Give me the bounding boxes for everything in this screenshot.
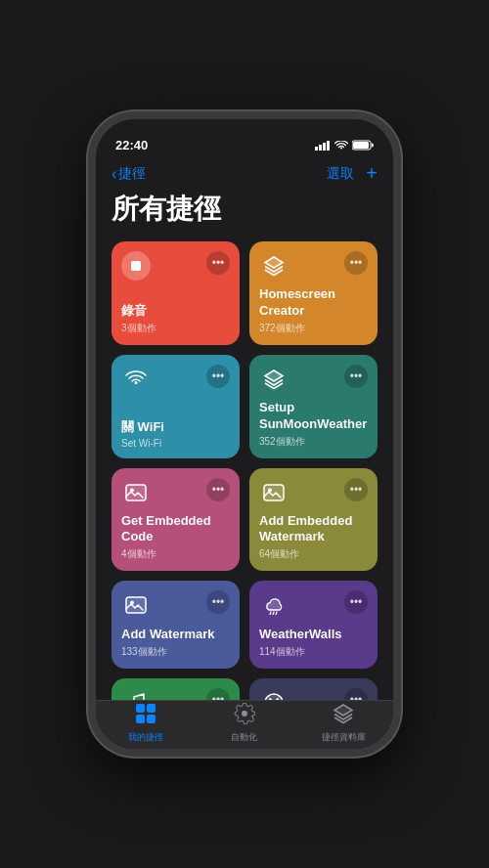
svg-rect-5	[353, 142, 369, 149]
tab-my-shortcuts[interactable]: 我的捷徑	[96, 703, 195, 744]
card-header: •••	[121, 590, 230, 620]
card-body: 關 WiFi Set Wi-Fi	[121, 419, 230, 449]
card-subtitle: 64個動作	[259, 547, 368, 561]
image-icon	[259, 478, 289, 507]
card-body: Get Embedded Code 4個動作	[121, 513, 230, 562]
card-more-button[interactable]: •••	[206, 251, 230, 275]
shortcut-card-add-watermark[interactable]: ••• Add Watermark 133個動作	[111, 581, 240, 669]
status-icons	[315, 140, 374, 152]
tab-my-shortcuts-label: 我的捷徑	[128, 731, 163, 744]
card-header: •••	[121, 478, 230, 507]
grid-icon	[135, 703, 156, 729]
card-subtitle: Set Wi-Fi	[121, 438, 230, 449]
svg-rect-2	[323, 143, 326, 151]
svg-line-15	[276, 612, 277, 615]
back-chevron-icon: ‹	[111, 165, 116, 183]
shortcut-card-homescreen[interactable]: ••• Homescreen Creator 372個動作	[249, 241, 378, 345]
content-area: ‹ 捷徑 選取 + 所有捷徑	[96, 158, 393, 700]
battery-icon	[352, 140, 374, 152]
shortcut-card-recording[interactable]: ••• 錄音 3個動作	[111, 241, 240, 345]
svg-line-14	[273, 612, 274, 615]
card-more-button[interactable]: •••	[344, 688, 368, 700]
shortcut-card-wifi[interactable]: ••• 關 WiFi Set Wi-Fi	[111, 355, 240, 458]
card-header: •••	[259, 365, 368, 394]
card-header: •••	[121, 688, 230, 700]
svg-rect-0	[315, 147, 318, 151]
card-title: 關 WiFi	[121, 419, 230, 436]
image-icon	[121, 478, 151, 507]
nav-back[interactable]: ‹ 捷徑	[111, 165, 146, 183]
card-body: Homescreen Creator 372個動作	[259, 286, 368, 335]
card-subtitle: 4個動作	[121, 547, 230, 561]
shortcuts-grid: ••• 錄音 3個動作	[111, 241, 378, 700]
select-button[interactable]: 選取	[327, 165, 354, 183]
nav-back-label: 捷徑	[118, 165, 146, 183]
svg-rect-20	[147, 704, 156, 713]
card-title: WeatherWalls	[259, 627, 368, 643]
image-icon	[121, 590, 151, 620]
card-more-button[interactable]: •••	[344, 365, 368, 388]
card-subtitle: 372個動作	[259, 322, 368, 335]
stop-icon	[121, 251, 151, 281]
card-more-button[interactable]: •••	[206, 688, 230, 700]
svg-rect-19	[136, 704, 145, 713]
svg-rect-6	[131, 261, 141, 271]
layers-icon	[259, 251, 289, 281]
page-title: 所有捷徑	[111, 191, 378, 228]
shortcut-card-weatherwalls[interactable]: ••• WeatherWalls 114個動作	[249, 581, 378, 669]
card-more-button[interactable]: •••	[344, 251, 368, 275]
svg-rect-22	[147, 715, 156, 723]
gear-icon	[234, 703, 255, 729]
card-subtitle: 114個動作	[259, 645, 368, 659]
rain-icon	[259, 590, 289, 620]
status-time: 22:40	[115, 138, 148, 152]
card-more-button[interactable]: •••	[206, 590, 230, 614]
wifi-status-icon	[334, 141, 348, 152]
phone-frame: 22:40	[88, 111, 401, 757]
phone-screen: 22:40	[96, 119, 393, 749]
card-title: 錄音	[121, 303, 230, 320]
shortcut-card-sunmoon[interactable]: ••• Setup SunMoonWeather 352個動作	[249, 355, 378, 458]
svg-line-13	[270, 612, 271, 615]
layers-icon	[259, 365, 289, 394]
card-header: •••	[259, 688, 368, 700]
svg-rect-1	[319, 145, 322, 151]
music-icon	[121, 688, 151, 700]
card-more-button[interactable]: •••	[344, 590, 368, 614]
card-header: •••	[121, 251, 230, 281]
tab-automation-label: 自動化	[231, 731, 257, 744]
notch	[186, 119, 303, 143]
add-shortcut-button[interactable]: +	[366, 162, 378, 185]
tab-gallery-label: 捷徑資料庫	[322, 731, 366, 744]
wifi-icon	[121, 365, 151, 394]
card-header: •••	[259, 590, 368, 620]
shortcut-card-spotify[interactable]: ••• Spotify 自動播放 3個動作	[111, 678, 240, 700]
card-title: Add Embedded Watermark	[259, 513, 368, 546]
tab-automation[interactable]: 自動化	[195, 703, 293, 744]
card-body: WeatherWalls 114個動作	[259, 627, 368, 659]
card-body: Add Embedded Watermark 64個動作	[259, 513, 368, 562]
card-header: •••	[121, 365, 230, 394]
shortcut-card-bluetooth[interactable]: ••• 關閉藍牙 /Wi-Fi 2個動作	[249, 678, 378, 700]
card-title: Get Embedded Code	[121, 513, 230, 546]
layers-tab-icon	[333, 703, 354, 729]
card-more-button[interactable]: •••	[344, 478, 368, 501]
svg-rect-21	[136, 715, 145, 723]
card-subtitle: 352個動作	[259, 435, 368, 449]
card-title: Setup SunMoonWeather	[259, 400, 368, 433]
card-body: 錄音 3個動作	[121, 303, 230, 335]
card-more-button[interactable]: •••	[206, 365, 230, 388]
nav-right: 選取 +	[327, 162, 378, 185]
card-subtitle: 3個動作	[121, 322, 230, 335]
nav-bar: ‹ 捷徑 選取 +	[111, 158, 378, 191]
card-title: Add Watermark	[121, 627, 230, 643]
card-subtitle: 133個動作	[121, 645, 230, 659]
shortcut-card-embedded-code[interactable]: ••• Get Embedded Code 4個動作	[111, 468, 240, 572]
tab-gallery[interactable]: 捷徑資料庫	[294, 703, 393, 744]
x-circle-icon	[259, 688, 289, 700]
card-header: •••	[259, 251, 368, 281]
card-body: Add Watermark 133個動作	[121, 627, 230, 659]
shortcut-card-embedded-watermark[interactable]: ••• Add Embedded Watermark 64個動作	[249, 468, 378, 572]
card-body: Setup SunMoonWeather 352個動作	[259, 400, 368, 449]
card-more-button[interactable]: •••	[206, 478, 230, 501]
